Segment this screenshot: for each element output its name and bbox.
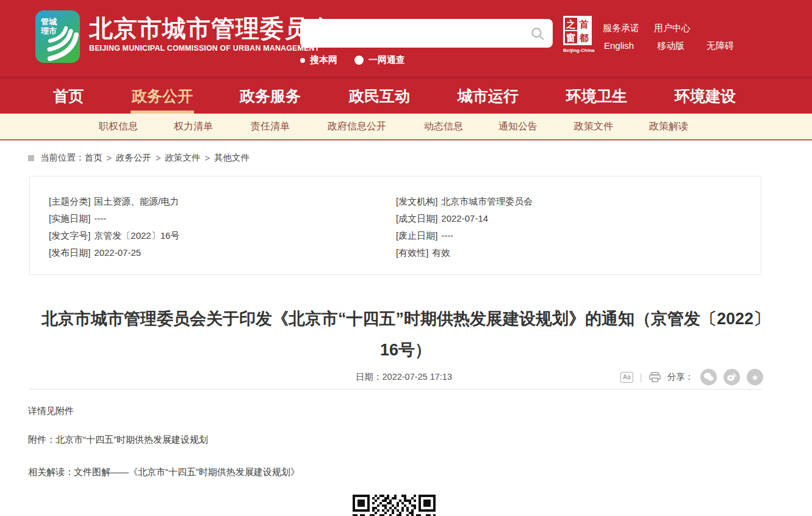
- date-label: 日期：: [356, 372, 383, 382]
- attachment-label: 附件：: [28, 434, 56, 445]
- svg-text:管城: 管城: [40, 17, 57, 26]
- meta-label: [废止日期]: [396, 230, 437, 241]
- meta-value: 有效: [432, 247, 450, 258]
- breadcrumb-separator: >: [204, 153, 209, 163]
- subnav-power-list[interactable]: 权力清单: [174, 114, 213, 139]
- meta-value: 国土资源、能源/电力: [94, 196, 179, 206]
- capital-window-logo[interactable]: 之 首 窗 都 Beijing-China: [563, 16, 594, 53]
- scope-network-radio[interactable]: 一网通查: [354, 54, 405, 66]
- breadcrumb: 当前位置： 首页 > 政务公开 > 政策文件 > 其他文件: [28, 152, 250, 164]
- qr-code: [353, 495, 436, 516]
- nav-city-operation[interactable]: 城市运行: [458, 78, 519, 114]
- subnav-gov-info-disclosure[interactable]: 政府信息公开: [328, 114, 386, 139]
- site-title: 北京市城市管理委员会: [89, 15, 333, 42]
- date-value: 2022-07-25 17:13: [383, 372, 453, 382]
- link-user-center[interactable]: 用户中心: [654, 23, 691, 34]
- star-icon: ★: [751, 373, 759, 382]
- meta-row-implement-date: [实施日期]----: [49, 210, 179, 227]
- logo-icon: 管城 理市: [35, 10, 80, 63]
- page: 管城 理市 北京市城市管理委员会 BEIJING MUNICIPAL COMMI…: [0, 0, 812, 516]
- detail-note: 详情见附件: [28, 405, 74, 417]
- meta-value: 2022-07-25: [94, 247, 141, 258]
- wechat-share-icon[interactable]: [700, 369, 717, 385]
- breadcrumb-home[interactable]: 首页: [85, 152, 102, 164]
- meta-row-issuing-agency: [发文机构]北京市城市管理委员会: [396, 193, 533, 210]
- site-subtitle: BEIJING MUNICIPAL COMMISSION OF URBAN MA…: [89, 44, 333, 53]
- link-service-promise[interactable]: 服务承诺: [603, 23, 639, 34]
- related-label: 相关解读：: [28, 467, 74, 477]
- svg-text:理市: 理市: [40, 26, 57, 35]
- meta-right-column: [发文机构]北京市城市管理委员会 [成文日期]2022-07-14 [废止日期]…: [396, 193, 533, 261]
- meta-label: [实施日期]: [49, 213, 90, 223]
- meta-label: [有效性]: [396, 247, 428, 258]
- divider-icon: |: [640, 372, 642, 382]
- meta-label: [主题分类]: [49, 196, 90, 206]
- meta-row-doc-number: [发文字号]京管发〔2022〕16号: [49, 227, 179, 244]
- content-divider: [29, 389, 761, 390]
- link-english[interactable]: English: [604, 40, 634, 51]
- nav-sanitation[interactable]: 环境卫生: [566, 78, 627, 114]
- print-icon[interactable]: [649, 372, 661, 382]
- nav-gov-disclosure[interactable]: 政务公开: [132, 78, 193, 114]
- subnav-dynamic-info[interactable]: 动态信息: [424, 114, 463, 139]
- font-size-button[interactable]: Aa: [620, 372, 633, 383]
- main-nav: 首页 政务公开 政务服务 政民互动 城市运行 环境卫生 环境建设: [0, 77, 812, 114]
- meta-value: 北京市城市管理委员会: [441, 196, 533, 206]
- nav-interaction[interactable]: 政民互动: [349, 78, 410, 114]
- article-title: 北京市城市管理委员会关于印发《北京市“十四五”时期供热发展建设规划》的通知（京管…: [40, 303, 772, 366]
- document-meta-box: [主题分类]国土资源、能源/电力 [实施日期]---- [发文字号]京管发〔20…: [29, 176, 761, 275]
- meta-label: [发布日期]: [49, 247, 90, 258]
- meta-value: ----: [441, 230, 453, 241]
- subnav-authority-info[interactable]: 职权信息: [99, 114, 138, 139]
- capital-window-grid: 之 首 窗 都: [563, 16, 592, 45]
- capital-char: 首: [578, 17, 591, 31]
- subnav-policy-documents[interactable]: 政策文件: [574, 114, 613, 139]
- qzone-share-icon[interactable]: ★: [747, 369, 763, 385]
- attachment-link[interactable]: 北京市“十四五”时期供热发展建设规划: [56, 434, 208, 445]
- breadcrumb-square-icon: [28, 155, 34, 161]
- capital-window-caption: Beijing-China: [563, 48, 594, 53]
- meta-row-publish-date: [发布日期]2022-07-25: [49, 244, 179, 261]
- capital-char: 之: [564, 17, 578, 31]
- scope-network-label: 一网通查: [368, 54, 405, 66]
- related-interpretation-link[interactable]: 文件图解——《北京市“十四五”时期供热发展建设规划》: [74, 467, 300, 477]
- article-date: 日期：2022-07-25 17:13: [356, 371, 452, 383]
- search-area: 搜本网 一网通查: [300, 19, 553, 66]
- attachment-line: 附件：北京市“十四五”时期供热发展建设规划: [28, 434, 208, 446]
- scope-site-radio[interactable]: 搜本网: [300, 54, 337, 66]
- search-input[interactable]: [300, 19, 553, 48]
- meta-label: [发文机构]: [396, 196, 437, 206]
- share-label: 分享：: [667, 371, 694, 383]
- breadcrumb-prefix: 当前位置：: [40, 152, 85, 164]
- site-logo[interactable]: 管城 理市: [35, 10, 80, 63]
- breadcrumb-gov-disclosure[interactable]: 政务公开: [116, 152, 151, 164]
- meta-value: 2022-07-14: [441, 213, 488, 223]
- subnav-policy-interpretation[interactable]: 政策解读: [649, 114, 688, 139]
- radio-selected-icon: [300, 58, 305, 63]
- meta-left-column: [主题分类]国土资源、能源/电力 [实施日期]---- [发文字号]京管发〔20…: [49, 193, 179, 261]
- capital-char: 窗: [564, 31, 578, 44]
- nav-gov-services[interactable]: 政务服务: [240, 78, 301, 114]
- nav-home[interactable]: 首页: [53, 78, 84, 114]
- search-scope-options: 搜本网 一网通查: [300, 54, 553, 66]
- search-icon[interactable]: [531, 27, 545, 43]
- link-accessibility[interactable]: 无障碍: [706, 40, 734, 52]
- meta-row-validity: [有效性]有效: [396, 244, 533, 261]
- subnav-responsibility-list[interactable]: 责任清单: [251, 114, 290, 139]
- link-mobile[interactable]: 移动版: [657, 40, 684, 52]
- breadcrumb-policy-documents[interactable]: 政策文件: [165, 152, 200, 164]
- nav-env-construction[interactable]: 环境建设: [675, 78, 736, 114]
- meta-value: 京管发〔2022〕16号: [94, 230, 179, 241]
- site-brand[interactable]: 北京市城市管理委员会 BEIJING MUNICIPAL COMMISSION …: [89, 15, 333, 53]
- header-bar: 管城 理市 北京市城市管理委员会 BEIJING MUNICIPAL COMMI…: [0, 0, 812, 77]
- subnav-notices[interactable]: 通知公告: [498, 114, 537, 139]
- radio-icon: [354, 56, 364, 65]
- capital-char: 都: [578, 31, 591, 44]
- meta-row-written-date: [成文日期]2022-07-14: [396, 210, 533, 227]
- scope-site-label: 搜本网: [310, 54, 337, 66]
- meta-row-topic: [主题分类]国土资源、能源/电力: [49, 193, 179, 210]
- weibo-share-icon[interactable]: [724, 369, 740, 385]
- meta-value: ----: [94, 213, 106, 223]
- breadcrumb-other-documents[interactable]: 其他文件: [214, 152, 250, 164]
- share-cluster: Aa | 分享：: [620, 369, 763, 385]
